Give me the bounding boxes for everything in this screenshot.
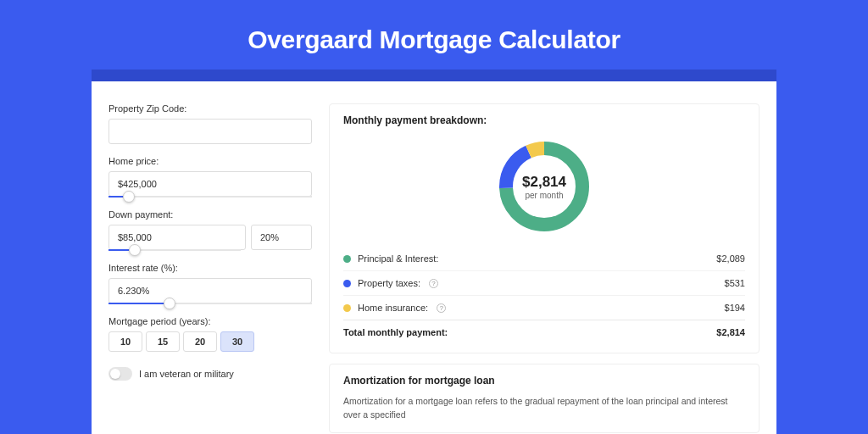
breakdown-total-label: Total monthly payment:	[343, 327, 448, 337]
legend-label: Principal & Interest:	[358, 253, 438, 264]
period-button-10[interactable]: 10	[108, 331, 142, 352]
amortization-title: Amortization for mortgage loan	[343, 375, 745, 387]
breakdown-legend: Principal & Interest:$2,089Property taxe…	[343, 247, 745, 320]
donut-center: $2,814 per month	[494, 136, 594, 236]
page-title: Overgaard Mortgage Calculator	[0, 25, 868, 54]
period-buttons: 10152030	[108, 331, 312, 352]
legend-value: $194	[725, 303, 745, 313]
legend-dot-icon	[343, 280, 351, 287]
home-price-slider-thumb[interactable]	[123, 191, 135, 203]
home-price-input[interactable]: $425,000	[108, 171, 312, 197]
amortization-card: Amortization for mortgage loan Amortizat…	[329, 364, 760, 433]
zip-field: Property Zip Code:	[108, 103, 312, 144]
rate-input[interactable]: 6.230%	[108, 278, 312, 303]
donut-amount: $2,814	[522, 174, 566, 191]
rate-slider[interactable]	[108, 303, 312, 304]
rate-value: 6.230%	[118, 286, 149, 296]
legend-row: Principal & Interest:$2,089	[343, 247, 745, 270]
down-payment-percent-input[interactable]: 20%	[251, 225, 312, 250]
period-field: Mortgage period (years): 10152030	[108, 316, 312, 352]
legend-dot-icon	[343, 255, 351, 263]
donut-sub: per month	[525, 191, 563, 200]
breakdown-total-row: Total monthly payment: $2,814	[343, 320, 745, 344]
down-payment-slider[interactable]	[108, 249, 241, 251]
header-shadow	[92, 70, 776, 81]
veteran-label: I am veteran or military	[139, 369, 234, 379]
calculator-card: Property Zip Code: Home price: $425,000 …	[92, 81, 776, 434]
legend-label: Property taxes:	[358, 278, 420, 288]
period-label: Mortgage period (years):	[108, 316, 312, 326]
down-payment-pct: 20%	[252, 227, 287, 248]
period-button-30[interactable]: 30	[220, 331, 254, 352]
breakdown-total-value: $2,814	[716, 327, 745, 337]
home-price-slider[interactable]	[108, 196, 312, 198]
legend-dot-icon	[343, 304, 351, 312]
down-payment-slider-thumb[interactable]	[129, 244, 141, 256]
donut-chart-wrap: $2,814 per month	[343, 131, 745, 242]
down-payment-label: Down payment:	[108, 209, 312, 220]
home-price-field: Home price: $425,000	[108, 156, 312, 198]
info-icon[interactable]: ?	[429, 279, 438, 288]
zip-input[interactable]	[108, 119, 312, 144]
breakdown-card: Monthly payment breakdown: $2,814 per mo…	[329, 103, 760, 353]
zip-label: Property Zip Code:	[108, 103, 312, 114]
rate-field: Interest rate (%): 6.230%	[108, 263, 312, 304]
donut-chart: $2,814 per month	[494, 136, 594, 236]
legend-row: Home insurance:?$194	[343, 295, 745, 320]
info-icon[interactable]: ?	[437, 303, 446, 313]
legend-row: Property taxes:?$531	[343, 270, 745, 295]
results-panel: Monthly payment breakdown: $2,814 per mo…	[329, 103, 760, 434]
legend-value: $531	[725, 278, 745, 288]
period-button-15[interactable]: 15	[146, 331, 180, 352]
veteran-row: I am veteran or military	[108, 367, 312, 381]
rate-slider-thumb[interactable]	[164, 298, 175, 309]
down-payment-field: Down payment: $85,000 20%	[108, 209, 312, 251]
legend-value: $2,089	[716, 253, 745, 264]
rate-slider-fill	[108, 303, 170, 304]
legend-label: Home insurance:	[358, 303, 428, 313]
home-price-value: $425,000	[118, 179, 157, 189]
breakdown-title: Monthly payment breakdown:	[343, 114, 745, 126]
amortization-body: Amortization for a mortgage loan refers …	[343, 395, 745, 422]
veteran-toggle[interactable]	[108, 367, 132, 381]
inputs-panel: Property Zip Code: Home price: $425,000 …	[108, 103, 312, 434]
period-button-20[interactable]: 20	[183, 331, 217, 352]
home-price-label: Home price:	[108, 156, 312, 166]
page-header: Overgaard Mortgage Calculator	[0, 0, 868, 70]
rate-label: Interest rate (%):	[108, 263, 312, 273]
